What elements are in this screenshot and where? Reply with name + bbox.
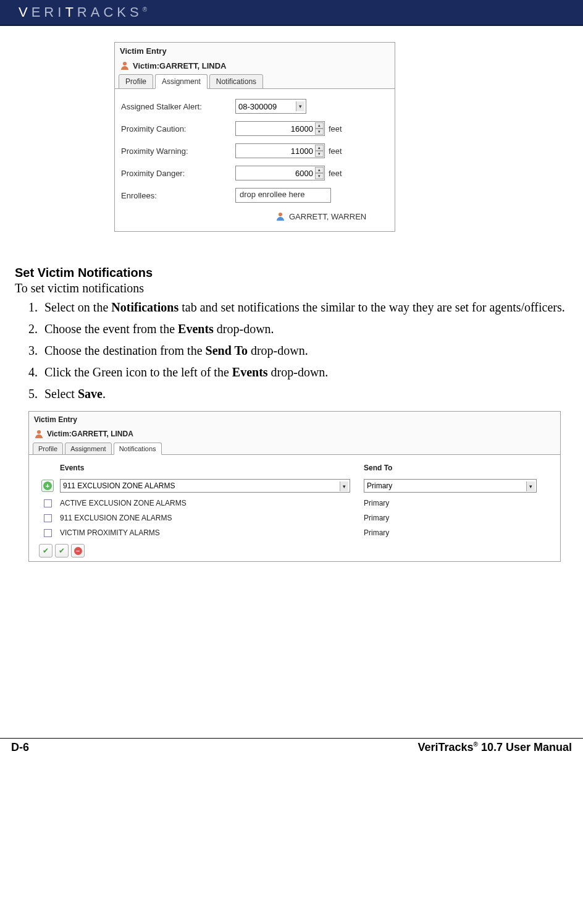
section-subline: To set victim notifications bbox=[15, 281, 568, 295]
step-item: Choose the destination from the Send To … bbox=[41, 342, 568, 359]
step-item: Choose the event from the Events drop-do… bbox=[41, 321, 568, 337]
event-cell: 911 EXCLUSION ZONE ALARMS bbox=[60, 514, 364, 522]
enrollees-dropzone[interactable]: drop enrollee here bbox=[235, 188, 331, 203]
proximity-danger-input[interactable] bbox=[235, 166, 325, 180]
sendto-cell: Primary bbox=[364, 528, 554, 537]
event-cell: VICTIM PROXIMITY ALARMS bbox=[60, 528, 364, 537]
unit-label: feet bbox=[329, 146, 342, 156]
remove-button[interactable]: – bbox=[71, 544, 85, 557]
enrollee-item: GARRETT, WARREN bbox=[121, 206, 388, 224]
events-header: Events bbox=[60, 464, 364, 472]
check-icon: ✔ bbox=[43, 546, 49, 555]
proximity-warning-label: Proximity Warning: bbox=[121, 146, 235, 156]
tab-profile[interactable]: Profile bbox=[33, 443, 63, 455]
manual-title: VeriTracks® 10.7 User Manual bbox=[417, 741, 572, 754]
row-checkbox[interactable] bbox=[44, 514, 52, 522]
sendto-cell: Primary bbox=[364, 499, 554, 507]
tab-profile[interactable]: Profile bbox=[119, 74, 153, 89]
person-icon bbox=[120, 61, 130, 70]
proximity-danger-label: Proximity Danger: bbox=[121, 169, 235, 178]
check-icon: ✔ bbox=[59, 546, 65, 555]
new-notification-row: + ▾ ▾ bbox=[35, 476, 554, 496]
page-footer: D-6 VeriTracks® 10.7 User Manual bbox=[0, 738, 583, 754]
minus-icon: – bbox=[74, 547, 82, 555]
row-checkbox[interactable] bbox=[44, 499, 52, 507]
sendto-header: Send To bbox=[364, 464, 554, 472]
assigned-stalker-select[interactable] bbox=[235, 99, 306, 114]
victim-entry-panel-notifications: Victim Entry Victim: GARRETT, LINDA Prof… bbox=[28, 411, 561, 562]
panel-toolbar: ✔ ✔ – bbox=[35, 540, 554, 557]
table-row: ACTIVE EXCLUSION ZONE ALARMS Primary bbox=[35, 496, 554, 511]
victim-entry-panel-assignment: Victim Entry Victim: GARRETT, LINDA Prof… bbox=[114, 42, 395, 232]
events-select[interactable] bbox=[60, 479, 350, 493]
table-row: 911 EXCLUSION ZONE ALARMS Primary bbox=[35, 511, 554, 525]
tab-assignment[interactable]: Assignment bbox=[155, 74, 208, 89]
sendto-cell: Primary bbox=[364, 514, 554, 522]
sendto-select[interactable] bbox=[364, 479, 537, 493]
step-item: Select on the Notifications tab and set … bbox=[41, 299, 568, 316]
tab-notifications[interactable]: Notifications bbox=[209, 74, 263, 89]
proximity-caution-input[interactable] bbox=[235, 121, 325, 136]
step-item: Click the Green icon to the left of the … bbox=[41, 364, 568, 381]
unit-label: feet bbox=[329, 169, 342, 178]
page-number: D-6 bbox=[11, 741, 29, 754]
steps-list: Select on the Notifications tab and set … bbox=[41, 299, 568, 402]
proximity-warning-input[interactable] bbox=[235, 143, 325, 158]
svg-point-0 bbox=[123, 62, 127, 66]
check-button[interactable]: ✔ bbox=[55, 544, 69, 557]
proximity-caution-label: Proximity Caution: bbox=[121, 124, 235, 134]
enrollee-name: GARRETT, WARREN bbox=[289, 212, 366, 221]
tab-assignment[interactable]: Assignment bbox=[65, 443, 111, 455]
doc-body: Set Victim Notifications To set victim n… bbox=[12, 266, 571, 402]
event-cell: ACTIVE EXCLUSION ZONE ALARMS bbox=[60, 499, 364, 507]
app-header: VERITRACKS® bbox=[0, 0, 583, 26]
plus-icon: + bbox=[43, 481, 52, 490]
victim-subhead: Victim: GARRETT, LINDA bbox=[115, 58, 395, 74]
tab-notifications[interactable]: Notifications bbox=[114, 443, 162, 455]
victim-subhead: Victim: GARRETT, LINDA bbox=[29, 426, 560, 443]
svg-point-2 bbox=[37, 430, 41, 434]
table-row: VICTIM PROXIMITY ALARMS Primary bbox=[35, 525, 554, 540]
victim-prefix: Victim: bbox=[47, 430, 72, 438]
assigned-stalker-label: Assigned Stalker Alert: bbox=[121, 102, 235, 111]
victim-name: GARRETT, LINDA bbox=[72, 430, 133, 438]
row-checkbox[interactable] bbox=[44, 529, 52, 537]
check-all-button[interactable]: ✔ bbox=[39, 544, 52, 557]
svg-point-1 bbox=[279, 213, 282, 216]
logo: VERITRACKS® bbox=[19, 4, 147, 20]
unit-label: feet bbox=[329, 124, 342, 134]
person-icon bbox=[34, 429, 44, 439]
add-button[interactable]: + bbox=[41, 480, 54, 492]
person-icon bbox=[275, 211, 285, 221]
enrollees-label: Enrollees: bbox=[121, 191, 235, 200]
tabs: Profile Assignment Notifications bbox=[115, 74, 395, 89]
victim-name: GARRETT, LINDA bbox=[159, 61, 226, 70]
victim-prefix: Victim: bbox=[133, 61, 159, 70]
panel-title: Victim Entry bbox=[115, 43, 395, 58]
tabs: Profile Assignment Notifications bbox=[29, 443, 560, 455]
section-heading: Set Victim Notifications bbox=[15, 266, 568, 280]
step-item: Select Save. bbox=[41, 386, 568, 402]
panel-title: Victim Entry bbox=[29, 412, 560, 426]
